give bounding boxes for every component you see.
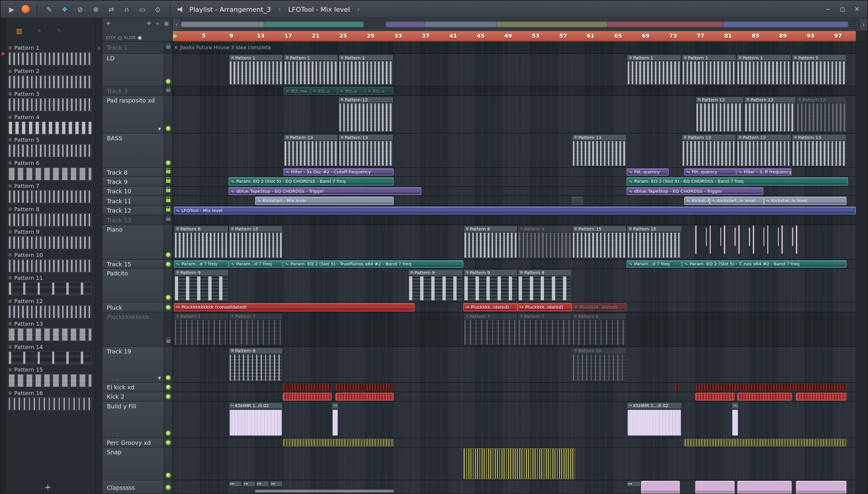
automation-clip[interactable]: ∿dblue.TapeStop - EQ CHORDSS - Trigger [229,187,421,195]
scroll-right-icon[interactable]: › [860,18,867,31]
audio-clip[interactable] [695,481,734,493]
pattern-clip[interactable]: ≣Pattern 6 [463,226,517,259]
pattern-clip[interactable]: ✕Pattern 6 [517,226,572,259]
clip-fragment[interactable] [255,490,394,493]
playlist-lane[interactable]: ≣Pattern 8✕Pattern 10 [173,347,856,383]
pattern-item[interactable]: ≣Pattern 1 [6,44,95,66]
play-icon[interactable]: ▶ [6,4,17,15]
pattern-clip[interactable]: ≣Pattern 13 [682,134,736,167]
track-header[interactable]: Pluck [102,303,172,312]
automation-clip[interactable]: ✕EQ..me [283,87,311,95]
pattern-clip[interactable]: ✕Pattern 10 [572,347,627,382]
track-header[interactable]: Track 12 [102,206,172,215]
playlist-lane[interactable] [173,392,856,401]
playlist-lane[interactable]: ≣Pattern 13≣Pattern 13≣Pattern 13≣Patter… [173,134,856,168]
automation-clip[interactable]: ∿Filt..quency [684,168,736,175]
pattern-item[interactable]: ≣Pattern 8 [6,205,95,228]
track-lock-icon[interactable] [166,45,170,49]
track-mute-led[interactable] [166,485,170,490]
picker-edit-icon[interactable]: ✎ [57,27,62,35]
automation-clip[interactable]: ∿Kickst..level [684,197,709,205]
pattern-clip[interactable]: ≣Pattern 1 [682,54,736,86]
pattern-clip[interactable]: ≣Pattern 13 [736,134,792,167]
automation-clip[interactable]: ∿Param...d 7 freq [627,260,682,267]
automation-clip[interactable]: ∿Param. EQ 2 (Slot 5) - TruePianos x64 #… [283,260,463,267]
timeline-ruler[interactable]: 5913172125293337414549535761656973778185… [173,31,856,42]
pattern-clip[interactable]: ≣Pattern 13 [572,134,627,167]
pattern-item[interactable]: ≣Pattern 14 [6,343,95,365]
slide-toggle[interactable] [138,36,142,39]
track-header[interactable]: Piano [102,225,172,260]
track-header[interactable]: Track 15 [102,260,172,268]
app-logo-icon[interactable] [22,5,30,14]
audio-clip[interactable]: ↦ [270,481,283,487]
preview-speaker-icon[interactable] [177,5,185,13]
link-tool-icon[interactable]: ∞ [156,20,160,26]
track-lock-icon[interactable] [166,89,170,92]
track-mute-led[interactable] [166,79,170,84]
pattern-item[interactable]: ≣Pattern 9 [6,228,95,251]
audio-clip[interactable]: ↦ [242,481,256,487]
pattern-clip[interactable]: ≣Pattern 15 [572,226,627,259]
audio-clip[interactable]: ↦ [731,402,739,437]
track-header[interactable]: Snap [102,448,172,480]
track-header[interactable]: Track 3 [102,87,172,96]
pattern-clip[interactable]: ✕Pattern 12 [796,96,846,132]
pattern-clip[interactable]: ≣Pattern 15 [229,226,283,259]
track-header[interactable]: Track 13 [102,215,172,225]
pattern-clip[interactable]: ≣Pattern 9 [174,269,229,302]
picker-star-icon[interactable]: ✦ [37,27,42,35]
pattern-item[interactable]: ≣Pattern 10 [6,251,95,273]
automation-clip[interactable] [572,197,583,205]
track-header[interactable]: Track 19. . .▼ [102,347,172,383]
audio-clip[interactable] [675,383,679,391]
audio-clip[interactable] [796,481,846,493]
pattern-clip[interactable]: ≣Pattern 15 [627,226,682,259]
automation-clip[interactable]: ∿Filter - 3x Osc #2 - Cutoff frequency [283,168,394,175]
automation-clip[interactable]: ∿Param. EQ 2 (Slot 5) - EQ CHORDSS - Ban… [627,177,848,186]
divider-grip-icon[interactable]: ≣ [97,46,100,51]
track-mute-led[interactable] [166,440,170,445]
playlist-lane[interactable]: ≣Pattern 6≣Pattern 15≣Pattern 6✕Pattern … [173,225,856,260]
track-header[interactable]: LD [102,54,172,86]
playlist-lane[interactable]: ∿Param...d 7 freq∿Param...d 7 freq∿Param… [173,260,856,268]
pattern-item[interactable]: ≣Pattern 11 [6,273,95,297]
pattern-item[interactable]: ≣Pattern 6 [6,159,95,182]
scroll-left-icon[interactable]: ‹ [173,18,180,31]
audio-clip[interactable]: ↦Pluckkkk..idated) [517,303,572,311]
audio-clip[interactable]: ↦KSHMR 1...ill 02 [627,402,682,437]
pattern-clip[interactable]: ≣Pattern 12 [744,96,796,132]
audio-clip[interactable] [737,481,791,493]
tool-magnet-icon[interactable]: ∩ [121,4,132,15]
automation-clip[interactable]: ✕EQ..e [311,87,338,95]
track-lock-icon[interactable] [166,218,170,221]
pattern-clip[interactable] [695,226,801,259]
pattern-item[interactable]: ≣Pattern 13 [6,320,95,343]
add-track-button[interactable]: + [106,19,111,26]
audio-clip[interactable] [283,383,332,391]
pattern-clip[interactable]: ≣Pattern 1 [283,54,338,86]
close-button[interactable]: ✕ [852,5,862,13]
playlist-lane[interactable]: ≣Pattern 9≣Pattern 9≣Pattern 9≣Pattern 9 [173,269,856,303]
audio-clip[interactable]: ↦Pluckkkkkkkkk (consolidated) [174,303,415,311]
automation-clip[interactable]: ∿Filter - 3..ff frequency [736,168,792,175]
playlist-lane[interactable]: ≣Pattern 1≣Pattern 1≣Pattern 1≣Pattern 1… [173,54,856,86]
scrollbar-overview[interactable] [180,19,860,29]
track-header[interactable]: Clapsssss [102,480,172,494]
automation-clip[interactable]: ∿Param...d 7 freq [229,260,283,267]
playlist-lane[interactable]: ∿LFOTool - Mix level [173,206,856,215]
automation-clip[interactable]: ∿dblue.TapeStop - EQ CHORDSS - Trigger [627,187,764,195]
playlist-lane[interactable]: ✕Jlaxks Future House 3 idea completa [173,42,856,54]
track-mute-led[interactable] [166,431,170,436]
piano-view-icon[interactable]: ▦ [164,20,169,26]
playlist-lane[interactable]: ∿dblue.TapeStop - EQ CHORDSS - Trigger∿d… [173,187,856,196]
pattern-clip[interactable]: ≣Pattern 1 [736,54,792,86]
pattern-item[interactable]: ≣Pattern 7 [6,182,95,205]
audio-clip[interactable] [641,481,680,493]
pattern-item[interactable]: ≣Pattern 5 [6,136,95,159]
track-header[interactable]: El kick xd [102,383,172,392]
track-mute-led[interactable] [166,161,170,165]
audio-clip[interactable]: ↦ [229,481,242,487]
playlist-lane[interactable]: ∿Kickstart - Mix level∿Kickst..level∿Kic… [173,196,856,206]
track-mute-led[interactable] [166,395,170,399]
